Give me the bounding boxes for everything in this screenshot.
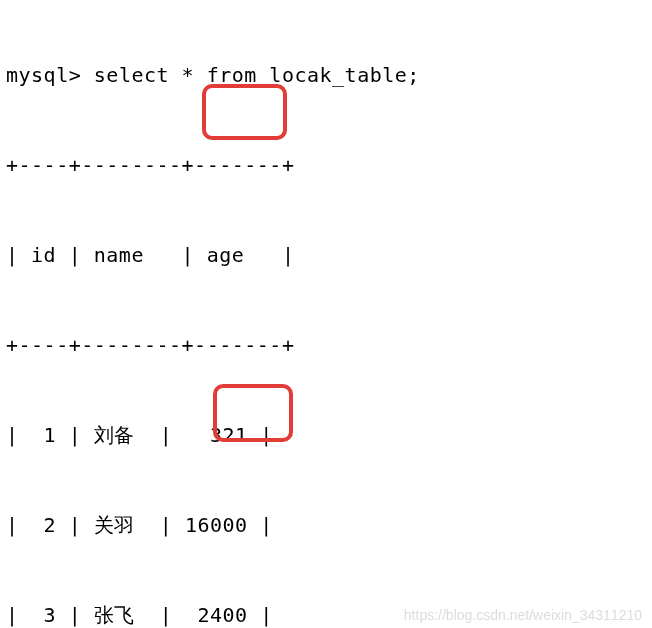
- table-row: | 2 | 关羽 | 16000 |: [6, 510, 646, 540]
- terminal-output: mysql> select * from locak_table; +----+…: [6, 0, 646, 628]
- watermark-text: https://blog.csdn.net/weixin_34311210: [404, 605, 642, 626]
- sql-command: select * from locak_table;: [94, 63, 420, 87]
- table-header-row: | id | name | age |: [6, 240, 646, 270]
- table-row: | 1 | 刘备 | 321 |: [6, 420, 646, 450]
- table-border-top: +----+--------+-------+: [6, 150, 646, 180]
- mysql-prompt: mysql>: [6, 63, 94, 87]
- table-border-mid: +----+--------+-------+: [6, 330, 646, 360]
- query-line-1: mysql> select * from locak_table;: [6, 60, 646, 90]
